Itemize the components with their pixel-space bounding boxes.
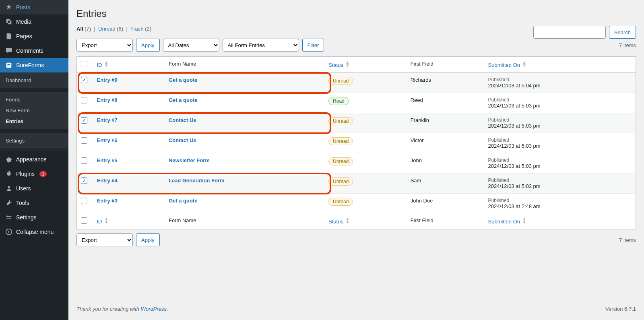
plugin-icon [5,170,13,178]
footer-thanks: Thank you for creating with WordPress. [76,306,168,312]
sidebar-item-collapse[interactable]: Collapse menu [0,225,68,239]
col-status[interactable]: Status ▲▼ [324,213,407,229]
view-all[interactable]: All (7) [76,26,91,32]
items-count: 7 items [619,42,636,48]
row-checkbox[interactable] [81,117,87,124]
view-trash[interactable]: Trash (2) [130,26,151,32]
sidebar-item-plugins[interactable]: Plugins 1 [0,167,68,181]
first-field-cell: Victor [407,133,484,153]
bulk-action-select[interactable]: Export [76,39,133,52]
svg-point-1 [8,186,10,188]
apply-button[interactable]: Apply [136,39,160,52]
published-label: Published [488,77,632,83]
table-row: Entry #4 Lead Generation Form Unread Sam… [77,173,636,194]
row-checkbox[interactable] [81,97,87,103]
sidebar-sub-newform[interactable]: New Form [0,105,68,116]
sidebar-item-appearance[interactable]: Appearance [0,152,68,167]
row-checkbox[interactable] [81,178,87,184]
col-id[interactable]: ID ▲▼ [93,213,165,229]
sidebar-sub-forms[interactable]: Forms [0,94,68,105]
sort-icon: ▲▼ [346,217,350,224]
table-row: Entry #6 Contact Us Unread Victor Publis… [77,133,636,153]
view-unread[interactable]: Unread (6) [98,26,123,32]
sort-icon: ▲▼ [522,217,526,224]
sidebar-sub-entries[interactable]: Entries [0,116,68,127]
sidebar-item-posts[interactable]: Posts [0,0,68,14]
col-form: Form Name [165,57,324,73]
sidebar-item-label: SureForms [16,62,44,68]
form-link[interactable]: Get a quote [169,77,198,83]
wordpress-link[interactable]: WordPress [141,306,167,312]
form-filter-select[interactable]: All Form Entries [223,39,299,52]
search-input[interactable] [533,26,606,39]
entry-link[interactable]: Entry #9 [97,77,118,83]
sidebar-submenu: Settings [0,133,68,149]
apply-button-bottom[interactable]: Apply [136,233,160,246]
date-value: 2024/12/03 at 2:48 am [488,203,632,209]
form-link[interactable]: Newsletter Form [169,157,210,163]
col-submitted[interactable]: Submitted On ▲▼ [484,213,636,229]
form-link[interactable]: Get a quote [169,198,198,204]
published-label: Published [488,97,632,103]
sidebar-item-tools[interactable]: Tools [0,196,68,210]
sidebar-sub-settings[interactable]: Settings [0,135,68,146]
sidebar-item-sureforms[interactable]: SureForms [0,58,68,72]
entry-link[interactable]: Entry #3 [97,198,118,204]
col-id[interactable]: ID ▲▼ [93,57,165,73]
col-submitted[interactable]: Submitted On ▲▼ [484,57,636,73]
form-link[interactable]: Contact Us [169,117,196,123]
row-checkbox[interactable] [81,77,87,83]
search-button[interactable]: Search [609,26,636,39]
sidebar-item-label: Plugins [16,171,35,177]
first-field-cell: John [407,153,484,173]
entry-link[interactable]: Entry #4 [97,178,118,184]
sidebar-item-users[interactable]: Users [0,181,68,196]
collapse-icon [5,228,13,236]
row-checkbox[interactable] [81,137,87,144]
appearance-icon [5,155,13,163]
col-status[interactable]: Status ▲▼ [324,57,407,73]
date-value: 2024/12/03 at 5:04 pm [488,83,632,89]
sidebar-item-label: Pages [16,33,32,39]
settings-icon [5,213,13,221]
select-all-checkbox[interactable] [81,217,87,224]
select-all-checkbox[interactable] [81,61,87,67]
first-field-cell: Reed [407,93,484,113]
entry-link[interactable]: Entry #8 [97,97,118,103]
sidebar-sub-dashboard[interactable]: Dashboard [0,75,68,86]
published-label: Published [488,178,632,183]
sidebar-item-label: Posts [16,4,30,10]
users-icon [5,184,13,192]
sidebar-item-label: Users [16,185,31,192]
filter-button[interactable]: Filter [302,39,324,52]
sidebar-item-media[interactable]: Media [0,14,68,29]
sort-icon: ▲▼ [346,61,350,67]
published-label: Published [488,157,632,163]
entry-link[interactable]: Entry #6 [97,137,118,143]
sidebar-item-settings[interactable]: Settings [0,210,68,225]
first-field-cell: Richards [407,73,484,93]
bulk-action-select-bottom[interactable]: Export [76,233,133,246]
sort-icon: ▲▼ [104,61,108,67]
entry-link[interactable]: Entry #7 [97,117,118,123]
date-filter-select[interactable]: All Dates [163,39,219,52]
status-badge: Unread [328,157,353,165]
row-checkbox[interactable] [81,198,87,204]
entry-link[interactable]: Entry #5 [97,157,118,163]
form-link[interactable]: Lead Generation Form [169,178,225,184]
published-label: Published [488,137,632,143]
media-icon [5,18,13,26]
form-link[interactable]: Get a quote [169,97,198,103]
main-content: Entries All (7) | Unread (6) | Trash (2)… [68,0,644,320]
sidebar-submenu: Dashboard [0,72,68,88]
page-title: Entries [76,8,636,19]
status-badge: Unread [328,137,353,145]
sidebar-submenu: Forms New Form Entries [0,92,68,129]
form-link[interactable]: Contact Us [169,137,196,143]
col-first: First Field [407,57,484,73]
sort-icon: ▲▼ [522,61,526,67]
row-checkbox[interactable] [81,157,87,164]
sidebar-item-comments[interactable]: Comments [0,43,68,58]
sidebar-item-label: Media [16,19,31,25]
sidebar-item-pages[interactable]: Pages [0,29,68,43]
